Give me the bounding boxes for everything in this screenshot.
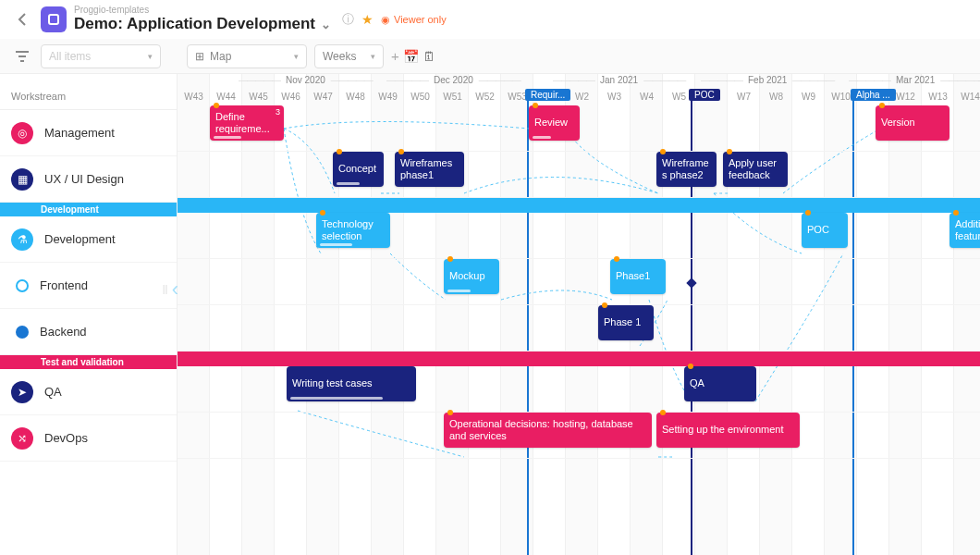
chevron-down-icon: ⌄: [321, 18, 331, 31]
week-W45: W45: [242, 89, 275, 105]
group-test[interactable]: Test and validation: [0, 355, 177, 369]
week-W2: W2: [566, 89, 598, 105]
view-mode-select[interactable]: ⊞ Map ▾: [187, 44, 307, 68]
page-title[interactable]: Demo: Application Development ⌄: [74, 15, 331, 33]
workstream-management[interactable]: ◎ Management: [0, 110, 177, 156]
week-W50: W50: [404, 89, 436, 105]
card-fe-phase1[interactable]: Phase1: [610, 259, 666, 294]
month-label: Apr 2021: [973, 75, 980, 85]
week-W49: W49: [372, 89, 404, 105]
items-filter-select[interactable]: All items ▾: [41, 44, 161, 68]
week-W9: W9: [792, 89, 825, 105]
card-setup-environment[interactable]: Setting up the environment: [656, 413, 800, 448]
card-tech-selection[interactable]: Technology selection: [316, 213, 390, 248]
send-icon: ➤: [11, 381, 33, 403]
time-unit-label: Weeks: [323, 50, 356, 63]
card-writing-test-cases[interactable]: Writing test cases: [287, 366, 416, 401]
target-icon: ◎: [11, 122, 33, 144]
calendar-minus-icon[interactable]: 🗓: [423, 49, 435, 64]
flask-icon: ⚗: [11, 228, 33, 251]
breadcrumb[interactable]: Proggio-templates: [74, 6, 331, 15]
week-W14: W14: [954, 89, 980, 105]
app-icon: [41, 6, 67, 32]
card-define-requirements[interactable]: 3Define requireme...: [210, 105, 284, 141]
card-label: Writing test cases: [292, 377, 410, 389]
card-label: Operational decisions: hosting, database…: [449, 418, 646, 442]
chevron-down-icon: ▾: [148, 52, 153, 61]
shuffle-icon: ⤭: [11, 427, 33, 450]
month-label: Dec 2020: [381, 75, 526, 85]
card-review[interactable]: Review: [529, 105, 580, 141]
items-filter-label: All items: [49, 50, 91, 63]
marker-label: Alpha ...: [851, 89, 896, 101]
card-label: Mockup: [449, 270, 494, 282]
card-qa[interactable]: QA: [684, 366, 756, 401]
eye-icon: ◉: [381, 14, 390, 26]
time-unit-select[interactable]: Weeks ▾: [314, 44, 384, 68]
card-label: Define requireme...: [215, 111, 278, 135]
card-version[interactable]: Version: [876, 105, 949, 141]
workstream-qa[interactable]: ➤ QA: [0, 369, 177, 415]
card-operational-decisions[interactable]: Operational decisions: hosting, database…: [444, 413, 652, 448]
timeline[interactable]: Nov 2020Dec 2020Jan 2021Feb 2021Mar 2021…: [178, 74, 980, 555]
card-apply-feedback[interactable]: Apply user feedback: [723, 152, 788, 187]
viewer-badge: ◉ Viewer only: [381, 14, 447, 26]
back-button[interactable]: [11, 8, 33, 31]
card-poc[interactable]: POC: [802, 213, 848, 248]
milestone-diamond[interactable]: [686, 278, 696, 288]
card-wireframes1[interactable]: Wireframes phase1: [395, 152, 464, 187]
workstream-frontend[interactable]: Frontend: [0, 263, 177, 309]
workstream-development[interactable]: ⚗ Development: [0, 216, 177, 263]
card-label: Version: [881, 117, 944, 129]
viewer-label: Viewer only: [394, 14, 447, 25]
card-label: Phase1: [616, 270, 660, 282]
marker-label: Requir...: [525, 89, 570, 101]
sidebar: Workstream ◎ Management ▦ UX / UI Design…: [0, 74, 178, 555]
week-W43: W43: [178, 89, 210, 105]
week-W7: W7: [728, 89, 760, 105]
chevron-down-icon: ▾: [371, 52, 375, 61]
star-icon[interactable]: ★: [361, 12, 374, 27]
view-mode-label: Map: [210, 50, 231, 63]
ws-label: QA: [44, 385, 62, 399]
card-concept[interactable]: Concept: [333, 152, 384, 187]
week-W48: W48: [339, 89, 372, 105]
card-label: Concept: [338, 163, 378, 175]
month-label: Feb 2021: [695, 75, 839, 85]
ws-label: DevOps: [44, 431, 88, 445]
card-label: Wireframe s phase2: [662, 157, 711, 181]
workstream-ux[interactable]: ▦ UX / UI Design: [0, 156, 177, 203]
workstream-backend[interactable]: Backend: [0, 309, 177, 355]
card-label: Additi featur: [955, 218, 980, 242]
card-label: QA: [690, 377, 751, 389]
workstream-devops[interactable]: ⤭ DevOps: [0, 415, 177, 462]
calendar-range-icon[interactable]: 📅: [403, 49, 419, 64]
card-badge: 3: [276, 107, 280, 117]
map-icon: ⊞: [195, 50, 204, 63]
marker-label: POC: [689, 89, 720, 101]
svg-rect-0: [49, 15, 58, 24]
filter-icon[interactable]: [11, 45, 33, 68]
info-icon[interactable]: ⓘ: [342, 11, 354, 28]
card-label: Apply user feedback: [729, 157, 782, 181]
week-W46: W46: [275, 89, 307, 105]
week-W3: W3: [598, 89, 631, 105]
ws-label: Frontend: [40, 278, 88, 292]
card-mockup[interactable]: Mockup: [444, 259, 499, 294]
week-W47: W47: [307, 89, 339, 105]
calendar-icon: ▦: [11, 168, 33, 191]
card-be-phase1[interactable]: Phase 1: [598, 305, 654, 340]
page-title-text: Demo: Application Development: [74, 15, 315, 33]
card-label: Wireframes phase1: [400, 157, 459, 181]
group-development[interactable]: Development: [0, 203, 177, 216]
add-button[interactable]: +: [391, 48, 399, 64]
card-additional-features[interactable]: Additi featur: [949, 213, 980, 248]
ws-label: UX / UI Design: [44, 172, 124, 186]
card-wireframes2[interactable]: Wireframe s phase2: [656, 152, 717, 187]
month-label: Nov 2020: [233, 75, 378, 85]
week-W13: W13: [922, 89, 954, 105]
workstream-header: Workstream: [0, 74, 177, 110]
week-W8: W8: [760, 89, 792, 105]
ws-label: Management: [44, 126, 115, 140]
card-label: POC: [807, 224, 842, 236]
